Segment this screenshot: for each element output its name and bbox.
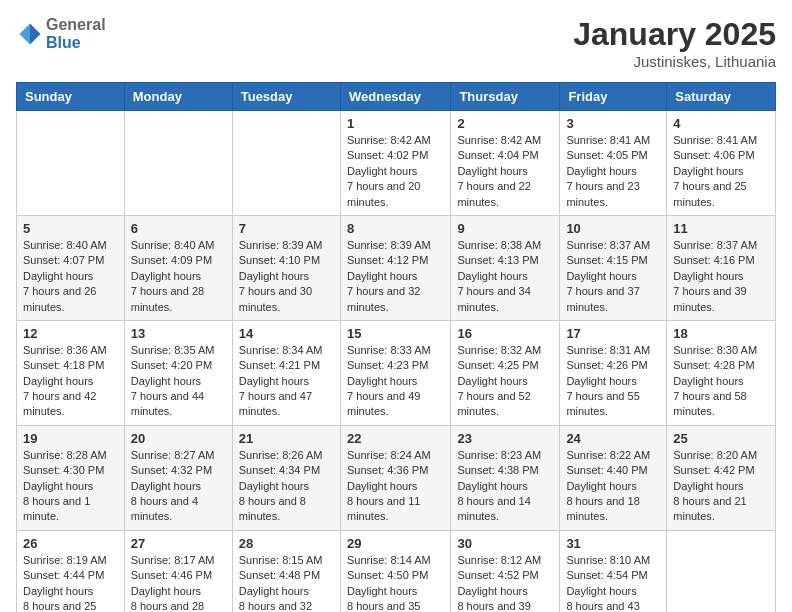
day-number: 10: [566, 221, 660, 236]
sunrise-label: Sunrise: 8:12 AM: [457, 554, 541, 566]
daylight-value: 7 hours and 30 minutes.: [239, 285, 312, 312]
daylight-value: 7 hours and 55 minutes.: [566, 390, 639, 417]
sunrise-label: Sunrise: 8:37 AM: [566, 239, 650, 251]
day-info: Sunrise: 8:30 AM Sunset: 4:28 PM Dayligh…: [673, 343, 769, 420]
daylight-label: Daylight hours: [347, 585, 417, 597]
sunset-label: Sunset: 4:36 PM: [347, 464, 428, 476]
sunrise-label: Sunrise: 8:10 AM: [566, 554, 650, 566]
sunset-label: Sunset: 4:21 PM: [239, 359, 320, 371]
daylight-value: 8 hours and 35 minutes.: [347, 600, 420, 612]
sunset-label: Sunset: 4:09 PM: [131, 254, 212, 266]
daylight-value: 7 hours and 28 minutes.: [131, 285, 204, 312]
day-info: Sunrise: 8:12 AM Sunset: 4:52 PM Dayligh…: [457, 553, 553, 612]
day-number: 30: [457, 536, 553, 551]
daylight-label: Daylight hours: [347, 375, 417, 387]
day-cell-7: 7 Sunrise: 8:39 AM Sunset: 4:10 PM Dayli…: [232, 215, 340, 320]
day-cell-19: 19 Sunrise: 8:28 AM Sunset: 4:30 PM Dayl…: [17, 425, 125, 530]
sunset-label: Sunset: 4:28 PM: [673, 359, 754, 371]
daylight-value: 7 hours and 25 minutes.: [673, 180, 746, 207]
day-number: 21: [239, 431, 334, 446]
sunset-label: Sunset: 4:06 PM: [673, 149, 754, 161]
location-subtitle: Justiniskes, Lithuania: [573, 53, 776, 70]
day-cell-10: 10 Sunrise: 8:37 AM Sunset: 4:15 PM Dayl…: [560, 215, 667, 320]
day-cell-12: 12 Sunrise: 8:36 AM Sunset: 4:18 PM Dayl…: [17, 320, 125, 425]
day-cell-11: 11 Sunrise: 8:37 AM Sunset: 4:16 PM Dayl…: [667, 215, 776, 320]
sunrise-label: Sunrise: 8:35 AM: [131, 344, 215, 356]
day-cell-4: 4 Sunrise: 8:41 AM Sunset: 4:06 PM Dayli…: [667, 111, 776, 216]
logo-blue: Blue: [46, 34, 81, 51]
day-number: 24: [566, 431, 660, 446]
sunrise-label: Sunrise: 8:36 AM: [23, 344, 107, 356]
day-info: Sunrise: 8:28 AM Sunset: 4:30 PM Dayligh…: [23, 448, 118, 525]
day-cell-21: 21 Sunrise: 8:26 AM Sunset: 4:34 PM Dayl…: [232, 425, 340, 530]
sunset-label: Sunset: 4:16 PM: [673, 254, 754, 266]
daylight-label: Daylight hours: [457, 165, 527, 177]
sunrise-label: Sunrise: 8:27 AM: [131, 449, 215, 461]
sunrise-label: Sunrise: 8:19 AM: [23, 554, 107, 566]
day-info: Sunrise: 8:23 AM Sunset: 4:38 PM Dayligh…: [457, 448, 553, 525]
daylight-label: Daylight hours: [239, 270, 309, 282]
day-cell-29: 29 Sunrise: 8:14 AM Sunset: 4:50 PM Dayl…: [340, 530, 450, 612]
day-info: Sunrise: 8:15 AM Sunset: 4:48 PM Dayligh…: [239, 553, 334, 612]
day-info: Sunrise: 8:24 AM Sunset: 4:36 PM Dayligh…: [347, 448, 444, 525]
daylight-label: Daylight hours: [131, 480, 201, 492]
sunrise-label: Sunrise: 8:34 AM: [239, 344, 323, 356]
day-info: Sunrise: 8:26 AM Sunset: 4:34 PM Dayligh…: [239, 448, 334, 525]
day-info: Sunrise: 8:41 AM Sunset: 4:05 PM Dayligh…: [566, 133, 660, 210]
day-number: 4: [673, 116, 769, 131]
daylight-value: 7 hours and 34 minutes.: [457, 285, 530, 312]
day-number: 22: [347, 431, 444, 446]
logo: General Blue: [16, 16, 106, 52]
day-info: Sunrise: 8:35 AM Sunset: 4:20 PM Dayligh…: [131, 343, 226, 420]
day-info: Sunrise: 8:22 AM Sunset: 4:40 PM Dayligh…: [566, 448, 660, 525]
daylight-label: Daylight hours: [673, 375, 743, 387]
sunset-label: Sunset: 4:25 PM: [457, 359, 538, 371]
day-info: Sunrise: 8:31 AM Sunset: 4:26 PM Dayligh…: [566, 343, 660, 420]
day-number: 28: [239, 536, 334, 551]
svg-marker-1: [20, 24, 31, 45]
day-info: Sunrise: 8:32 AM Sunset: 4:25 PM Dayligh…: [457, 343, 553, 420]
day-info: Sunrise: 8:27 AM Sunset: 4:32 PM Dayligh…: [131, 448, 226, 525]
daylight-value: 7 hours and 22 minutes.: [457, 180, 530, 207]
daylight-value: 7 hours and 37 minutes.: [566, 285, 639, 312]
daylight-value: 8 hours and 11 minutes.: [347, 495, 420, 522]
daylight-label: Daylight hours: [347, 165, 417, 177]
daylight-value: 7 hours and 47 minutes.: [239, 390, 312, 417]
sunset-label: Sunset: 4:34 PM: [239, 464, 320, 476]
sunrise-label: Sunrise: 8:42 AM: [347, 134, 431, 146]
sunrise-label: Sunrise: 8:39 AM: [347, 239, 431, 251]
daylight-label: Daylight hours: [457, 480, 527, 492]
weekday-header-wednesday: Wednesday: [340, 83, 450, 111]
daylight-value: 8 hours and 14 minutes.: [457, 495, 530, 522]
day-info: Sunrise: 8:17 AM Sunset: 4:46 PM Dayligh…: [131, 553, 226, 612]
week-row-4: 19 Sunrise: 8:28 AM Sunset: 4:30 PM Dayl…: [17, 425, 776, 530]
sunrise-label: Sunrise: 8:40 AM: [23, 239, 107, 251]
daylight-value: 7 hours and 42 minutes.: [23, 390, 96, 417]
day-number: 23: [457, 431, 553, 446]
empty-cell: [232, 111, 340, 216]
empty-cell: [124, 111, 232, 216]
sunrise-label: Sunrise: 8:26 AM: [239, 449, 323, 461]
day-number: 16: [457, 326, 553, 341]
day-cell-18: 18 Sunrise: 8:30 AM Sunset: 4:28 PM Dayl…: [667, 320, 776, 425]
sunset-label: Sunset: 4:42 PM: [673, 464, 754, 476]
daylight-label: Daylight hours: [566, 165, 636, 177]
week-row-5: 26 Sunrise: 8:19 AM Sunset: 4:44 PM Dayl…: [17, 530, 776, 612]
sunrise-label: Sunrise: 8:14 AM: [347, 554, 431, 566]
day-number: 14: [239, 326, 334, 341]
daylight-label: Daylight hours: [673, 480, 743, 492]
day-number: 7: [239, 221, 334, 236]
day-number: 25: [673, 431, 769, 446]
sunset-label: Sunset: 4:10 PM: [239, 254, 320, 266]
daylight-value: 7 hours and 39 minutes.: [673, 285, 746, 312]
sunrise-label: Sunrise: 8:38 AM: [457, 239, 541, 251]
sunset-label: Sunset: 4:30 PM: [23, 464, 104, 476]
day-info: Sunrise: 8:41 AM Sunset: 4:06 PM Dayligh…: [673, 133, 769, 210]
day-info: Sunrise: 8:40 AM Sunset: 4:07 PM Dayligh…: [23, 238, 118, 315]
week-row-2: 5 Sunrise: 8:40 AM Sunset: 4:07 PM Dayli…: [17, 215, 776, 320]
day-cell-3: 3 Sunrise: 8:41 AM Sunset: 4:05 PM Dayli…: [560, 111, 667, 216]
day-cell-30: 30 Sunrise: 8:12 AM Sunset: 4:52 PM Dayl…: [451, 530, 560, 612]
logo-icon: [16, 20, 44, 48]
day-number: 26: [23, 536, 118, 551]
day-cell-22: 22 Sunrise: 8:24 AM Sunset: 4:36 PM Dayl…: [340, 425, 450, 530]
